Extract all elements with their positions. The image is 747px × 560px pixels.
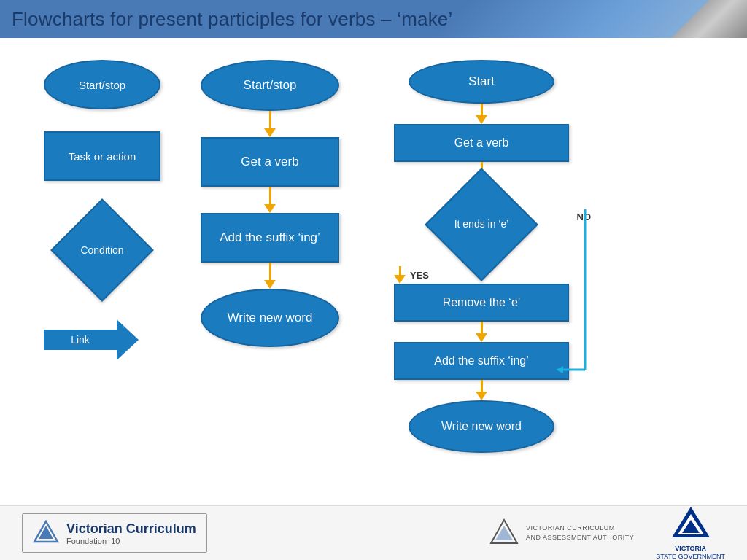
simple-flowchart: Start/stop Get a verb Add the suffix ‘in…: [182, 52, 357, 490]
vc-title: Victorian Curriculum: [66, 521, 196, 537]
main-content: Start/stop Task or action Condition Link: [0, 38, 747, 505]
complex-arrow-5: [476, 380, 487, 400]
complex-write-word: Write new word: [409, 400, 554, 453]
legend-arrow: Link: [44, 319, 139, 360]
legend-column: Start/stop Task or action Condition Link: [22, 52, 182, 490]
simple-write-word: Write new word: [201, 289, 339, 347]
arrow-3: [264, 262, 276, 289]
header-bar: Flowcharts for present participles for v…: [0, 0, 747, 38]
complex-add-suffix: Add the suffix ‘ing’: [394, 342, 569, 380]
arrow-2: [264, 187, 276, 213]
vic-sub: State Government: [656, 553, 725, 560]
legend-oval: Start/stop: [44, 60, 160, 109]
complex-get-verb: Get a verb: [394, 124, 569, 162]
simple-add-suffix: Add the suffix ‘ing’: [201, 213, 339, 262]
vcaa-line1: VICTORIAN CURRICULUM: [526, 524, 634, 533]
page-title: Flowcharts for present participles for v…: [12, 8, 453, 31]
yes-label-row: YES: [394, 266, 569, 284]
legend-diamond: Condition: [44, 210, 160, 290]
complex-arrow-4: [476, 322, 487, 342]
vic-label: VICTORIA: [675, 545, 706, 552]
complex-flowchart: Start Get a verb It ends in ‘e’ NO: [357, 52, 605, 490]
simple-get-verb: Get a verb: [201, 137, 339, 187]
vc-logo-icon: [33, 520, 59, 546]
loop-arrow: [556, 209, 592, 384]
simple-start: Start/stop: [201, 60, 339, 111]
yes-label: YES: [410, 270, 429, 281]
complex-remove-e: Remove the ‘e’: [394, 284, 569, 322]
footer-right: VICTORIAN CURRICULUM AND ASSESSMENT AUTH…: [489, 505, 725, 560]
vcaa-logo-icon: [489, 518, 519, 548]
legend-rect: Task or action: [44, 131, 160, 181]
vcaa-area: VICTORIAN CURRICULUM AND ASSESSMENT AUTH…: [489, 518, 634, 548]
vc-subtitle: Foundation–10: [66, 537, 196, 545]
vc-logo-area: Victorian Curriculum Foundation–10: [22, 513, 207, 553]
svg-marker-6: [495, 526, 513, 540]
arrow-1: [264, 111, 276, 137]
vic-logo-icon: [669, 505, 713, 542]
vic-logo-area: VICTORIA State Government: [656, 505, 725, 560]
complex-arrow-1: [476, 104, 487, 124]
svg-marker-4: [39, 526, 53, 539]
complex-start: Start: [409, 60, 554, 104]
footer: Victorian Curriculum Foundation–10 VICTO…: [0, 505, 747, 560]
svg-marker-2: [556, 366, 563, 373]
vcaa-line2: AND ASSESSMENT AUTHORITY: [526, 533, 634, 542]
